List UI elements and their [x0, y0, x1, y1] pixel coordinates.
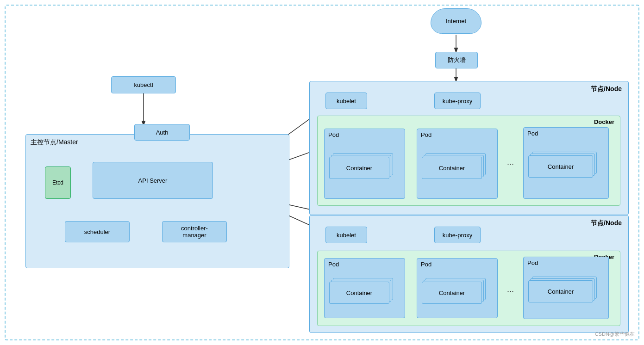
- node1-pod2-outer: Pod Container: [417, 129, 498, 199]
- node1-kube-proxy-label: kube-proxy: [443, 98, 472, 105]
- auth-label: Auth: [156, 129, 169, 136]
- node2-pod1-container-label: Container: [346, 290, 372, 296]
- node2-pod1-label: Pod: [328, 261, 339, 268]
- scheduler-box: scheduler: [65, 221, 130, 242]
- node1-ellipsis: ...: [507, 157, 514, 167]
- node1-pod3-container: Container: [528, 155, 593, 178]
- node1-pod2-label: Pod: [421, 131, 431, 138]
- node1-pod3-container-label: Container: [548, 163, 574, 170]
- node1-pod2-container: Container: [422, 157, 482, 179]
- node1-pod1-label: Pod: [328, 131, 339, 138]
- auth-box: Auth: [134, 124, 190, 141]
- node2-label: 节点/Node: [591, 219, 622, 228]
- node2-pod3-outer: Pod Container: [523, 257, 609, 319]
- node2-pod3-container-label: Container: [548, 288, 574, 295]
- node1-kubelet-box: kubelet: [325, 92, 367, 109]
- node2-pod2-container-label: Container: [439, 290, 465, 296]
- firewall-box: 防火墙: [435, 52, 478, 68]
- node2-pod1-outer: Pod Container: [324, 258, 405, 318]
- node2-pod1-container: Container: [329, 282, 389, 304]
- watermark: CSDN@繁华似在: [595, 331, 635, 338]
- node2-kubelet-label: kubelet: [337, 232, 356, 239]
- node2-kube-proxy-label: kube-proxy: [443, 232, 472, 239]
- controller-manager-label: controller- manager: [181, 225, 208, 239]
- firewall-label: 防火墙: [448, 56, 466, 64]
- diagram-container: Internet 防火墙 kubectl 主控节点/Master Auth AP…: [0, 0, 644, 345]
- node2-pod2-outer: Pod Container: [417, 258, 498, 318]
- node1-label: 节点/Node: [591, 85, 622, 93]
- node2-ellipsis: ...: [507, 284, 514, 294]
- node2-kube-proxy-box: kube-proxy: [434, 227, 481, 243]
- kubectl-label: kubectl: [134, 81, 153, 88]
- master-label: 主控节点/Master: [31, 138, 78, 147]
- node1-kube-proxy-box: kube-proxy: [434, 92, 481, 109]
- internet-label: Internet: [446, 18, 466, 25]
- internet-cloud: Internet: [431, 8, 481, 34]
- node1-pod3-outer: Pod Container: [523, 127, 609, 199]
- controller-manager-box: controller- manager: [162, 221, 227, 242]
- node2-kubelet-box: kubelet: [325, 227, 367, 243]
- node2-pod2-label: Pod: [421, 261, 431, 268]
- master-area: 主控节点/Master: [25, 134, 289, 268]
- node1-pod1-container-label: Container: [346, 165, 372, 172]
- node2-pod3-label: Pod: [527, 259, 538, 266]
- node1-pod1-container: Container: [329, 157, 389, 179]
- node1-pod1-outer: Pod Container: [324, 129, 405, 199]
- node1-docker-label: Docker: [594, 118, 614, 125]
- node2-pod3-container: Container: [528, 280, 593, 302]
- api-server-box: API Server: [93, 162, 213, 199]
- etcd-label: Etcd: [52, 179, 63, 186]
- api-server-label: API Server: [138, 177, 168, 184]
- node1-pod2-container-label: Container: [439, 165, 465, 172]
- node1-kubelet-label: kubelet: [337, 98, 356, 105]
- etcd-box: Etcd: [45, 166, 71, 199]
- node2-pod2-container: Container: [422, 282, 482, 304]
- kubectl-box: kubectl: [111, 76, 176, 93]
- etcd-container: Etcd: [42, 164, 74, 201]
- scheduler-label: scheduler: [84, 228, 110, 235]
- node1-pod3-label: Pod: [527, 130, 538, 137]
